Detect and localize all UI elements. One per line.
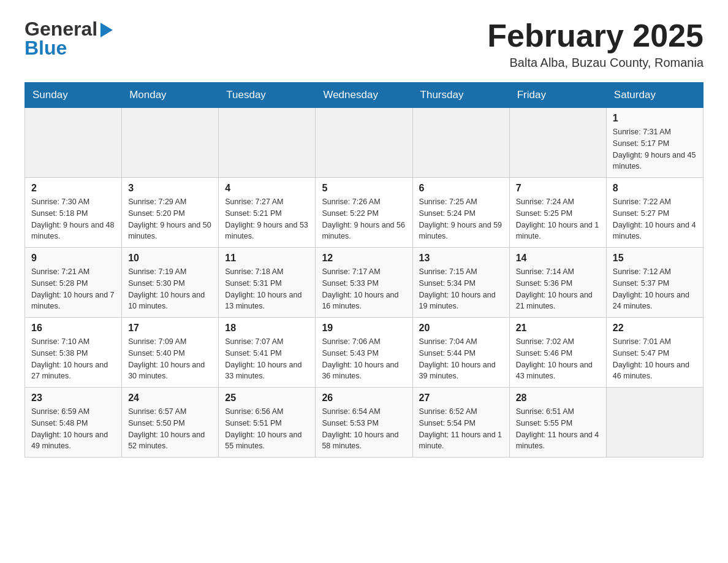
calendar-cell: 22Sunrise: 7:01 AMSunset: 5:47 PMDayligh… xyxy=(606,318,703,388)
svg-marker-0 xyxy=(100,23,113,37)
day-number: 16 xyxy=(31,323,115,334)
day-number: 7 xyxy=(516,183,600,194)
day-info: Sunrise: 7:15 AMSunset: 5:34 PMDaylight:… xyxy=(419,266,503,312)
day-number: 19 xyxy=(322,323,406,334)
weekday-header-friday: Friday xyxy=(509,83,606,108)
calendar-cell: 24Sunrise: 6:57 AMSunset: 5:50 PMDayligh… xyxy=(122,388,219,458)
logo-arrow-icon xyxy=(98,21,115,39)
calendar-cell xyxy=(316,108,412,178)
day-number: 14 xyxy=(516,253,600,264)
calendar-cell: 19Sunrise: 7:06 AMSunset: 5:43 PMDayligh… xyxy=(316,318,412,388)
day-info: Sunrise: 7:25 AMSunset: 5:24 PMDaylight:… xyxy=(419,196,503,242)
day-number: 3 xyxy=(128,183,212,194)
day-info: Sunrise: 7:19 AMSunset: 5:30 PMDaylight:… xyxy=(128,266,212,312)
calendar-cell xyxy=(509,108,606,178)
day-info: Sunrise: 7:18 AMSunset: 5:31 PMDaylight:… xyxy=(225,266,309,312)
day-info: Sunrise: 7:02 AMSunset: 5:46 PMDaylight:… xyxy=(516,336,600,382)
calendar-cell: 11Sunrise: 7:18 AMSunset: 5:31 PMDayligh… xyxy=(219,248,316,318)
calendar-cell xyxy=(25,108,122,178)
calendar-cell: 15Sunrise: 7:12 AMSunset: 5:37 PMDayligh… xyxy=(606,248,703,318)
day-number: 11 xyxy=(225,253,309,264)
day-number: 15 xyxy=(613,253,697,264)
day-info: Sunrise: 7:10 AMSunset: 5:38 PMDaylight:… xyxy=(31,336,115,382)
calendar-cell: 13Sunrise: 7:15 AMSunset: 5:34 PMDayligh… xyxy=(412,248,509,318)
day-info: Sunrise: 7:31 AMSunset: 5:17 PMDaylight:… xyxy=(613,126,697,172)
day-info: Sunrise: 7:09 AMSunset: 5:40 PMDaylight:… xyxy=(128,336,212,382)
calendar-cell xyxy=(606,388,703,458)
day-number: 6 xyxy=(419,183,503,194)
calendar-cell: 12Sunrise: 7:17 AMSunset: 5:33 PMDayligh… xyxy=(316,248,412,318)
calendar-cell: 16Sunrise: 7:10 AMSunset: 5:38 PMDayligh… xyxy=(25,318,122,388)
weekday-header-saturday: Saturday xyxy=(606,83,703,108)
day-number: 21 xyxy=(516,323,600,334)
day-info: Sunrise: 7:12 AMSunset: 5:37 PMDaylight:… xyxy=(613,266,697,312)
day-info: Sunrise: 6:52 AMSunset: 5:54 PMDaylight:… xyxy=(419,406,503,452)
calendar-cell: 28Sunrise: 6:51 AMSunset: 5:55 PMDayligh… xyxy=(509,388,606,458)
calendar-cell: 3Sunrise: 7:29 AMSunset: 5:20 PMDaylight… xyxy=(122,178,219,248)
calendar-cell: 17Sunrise: 7:09 AMSunset: 5:40 PMDayligh… xyxy=(122,318,219,388)
day-number: 13 xyxy=(419,253,503,264)
day-info: Sunrise: 7:29 AMSunset: 5:20 PMDaylight:… xyxy=(128,196,212,242)
day-info: Sunrise: 7:26 AMSunset: 5:22 PMDaylight:… xyxy=(322,196,406,242)
day-info: Sunrise: 7:22 AMSunset: 5:27 PMDaylight:… xyxy=(613,196,697,242)
day-number: 22 xyxy=(613,323,697,334)
day-info: Sunrise: 7:06 AMSunset: 5:43 PMDaylight:… xyxy=(322,336,406,382)
page-header: General Blue February 2025 Balta Alba, B… xyxy=(25,18,703,70)
day-number: 2 xyxy=(31,183,115,194)
calendar-cell: 8Sunrise: 7:22 AMSunset: 5:27 PMDaylight… xyxy=(606,178,703,248)
day-number: 8 xyxy=(613,183,697,194)
logo-blue: Blue xyxy=(25,37,67,59)
day-info: Sunrise: 6:54 AMSunset: 5:53 PMDaylight:… xyxy=(322,406,406,452)
calendar-cell xyxy=(122,108,219,178)
calendar-cell: 23Sunrise: 6:59 AMSunset: 5:48 PMDayligh… xyxy=(25,388,122,458)
calendar-week-row: 16Sunrise: 7:10 AMSunset: 5:38 PMDayligh… xyxy=(25,318,703,388)
day-number: 20 xyxy=(419,323,503,334)
day-number: 26 xyxy=(322,393,406,404)
weekday-header-thursday: Thursday xyxy=(412,83,509,108)
day-number: 5 xyxy=(322,183,406,194)
day-number: 10 xyxy=(128,253,212,264)
day-info: Sunrise: 7:27 AMSunset: 5:21 PMDaylight:… xyxy=(225,196,309,242)
weekday-header-sunday: Sunday xyxy=(25,83,122,108)
calendar-table: SundayMondayTuesdayWednesdayThursdayFrid… xyxy=(25,82,703,458)
calendar-cell: 21Sunrise: 7:02 AMSunset: 5:46 PMDayligh… xyxy=(509,318,606,388)
calendar-week-row: 2Sunrise: 7:30 AMSunset: 5:18 PMDaylight… xyxy=(25,178,703,248)
calendar-cell: 6Sunrise: 7:25 AMSunset: 5:24 PMDaylight… xyxy=(412,178,509,248)
location: Balta Alba, Buzau County, Romania xyxy=(487,56,703,70)
day-number: 25 xyxy=(225,393,309,404)
day-number: 12 xyxy=(322,253,406,264)
calendar-cell: 25Sunrise: 6:56 AMSunset: 5:51 PMDayligh… xyxy=(219,388,316,458)
day-number: 24 xyxy=(128,393,212,404)
day-info: Sunrise: 6:56 AMSunset: 5:51 PMDaylight:… xyxy=(225,406,309,452)
calendar-cell: 9Sunrise: 7:21 AMSunset: 5:28 PMDaylight… xyxy=(25,248,122,318)
day-info: Sunrise: 7:14 AMSunset: 5:36 PMDaylight:… xyxy=(516,266,600,312)
calendar-cell: 1Sunrise: 7:31 AMSunset: 5:17 PMDaylight… xyxy=(606,108,703,178)
day-info: Sunrise: 7:21 AMSunset: 5:28 PMDaylight:… xyxy=(31,266,115,312)
calendar-cell: 5Sunrise: 7:26 AMSunset: 5:22 PMDaylight… xyxy=(316,178,412,248)
calendar-cell: 7Sunrise: 7:24 AMSunset: 5:25 PMDaylight… xyxy=(509,178,606,248)
day-number: 17 xyxy=(128,323,212,334)
day-info: Sunrise: 7:01 AMSunset: 5:47 PMDaylight:… xyxy=(613,336,697,382)
title-section: February 2025 Balta Alba, Buzau County, … xyxy=(487,18,703,70)
day-info: Sunrise: 7:30 AMSunset: 5:18 PMDaylight:… xyxy=(31,196,115,242)
calendar-cell: 26Sunrise: 6:54 AMSunset: 5:53 PMDayligh… xyxy=(316,388,412,458)
weekday-header-tuesday: Tuesday xyxy=(219,83,316,108)
month-title: February 2025 xyxy=(487,18,703,53)
day-number: 4 xyxy=(225,183,309,194)
calendar-cell: 27Sunrise: 6:52 AMSunset: 5:54 PMDayligh… xyxy=(412,388,509,458)
calendar-cell: 18Sunrise: 7:07 AMSunset: 5:41 PMDayligh… xyxy=(219,318,316,388)
day-info: Sunrise: 7:24 AMSunset: 5:25 PMDaylight:… xyxy=(516,196,600,242)
weekday-header-monday: Monday xyxy=(122,83,219,108)
calendar-cell: 20Sunrise: 7:04 AMSunset: 5:44 PMDayligh… xyxy=(412,318,509,388)
logo: General Blue xyxy=(25,18,115,59)
calendar-cell: 2Sunrise: 7:30 AMSunset: 5:18 PMDaylight… xyxy=(25,178,122,248)
day-info: Sunrise: 7:04 AMSunset: 5:44 PMDaylight:… xyxy=(419,336,503,382)
calendar-week-row: 23Sunrise: 6:59 AMSunset: 5:48 PMDayligh… xyxy=(25,388,703,458)
day-number: 9 xyxy=(31,253,115,264)
day-number: 1 xyxy=(613,113,697,124)
calendar-cell: 14Sunrise: 7:14 AMSunset: 5:36 PMDayligh… xyxy=(509,248,606,318)
day-number: 18 xyxy=(225,323,309,334)
day-number: 28 xyxy=(516,393,600,404)
calendar-cell: 10Sunrise: 7:19 AMSunset: 5:30 PMDayligh… xyxy=(122,248,219,318)
day-info: Sunrise: 6:51 AMSunset: 5:55 PMDaylight:… xyxy=(516,406,600,452)
